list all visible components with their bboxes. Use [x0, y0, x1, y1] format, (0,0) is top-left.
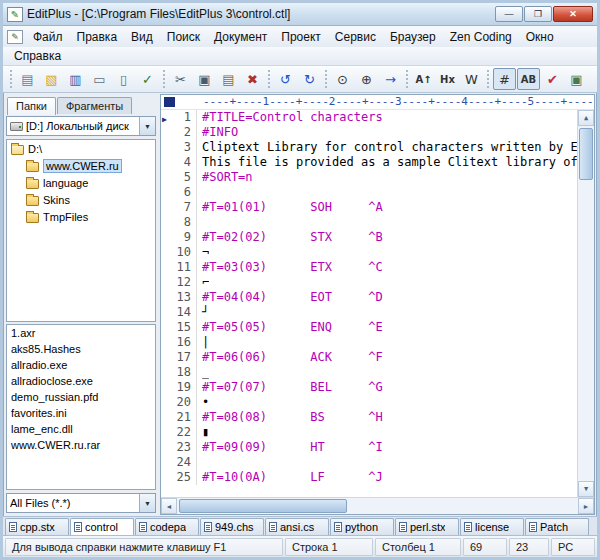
editor-line[interactable]: 23#T=09(09) HT ^I — [161, 440, 577, 455]
print-preview-button[interactable]: ▯ — [112, 68, 135, 90]
editor-line[interactable]: 20• — [161, 395, 577, 410]
document-tab[interactable]: license — [460, 518, 524, 535]
sidebar-tab-active[interactable]: Папки — [7, 97, 56, 115]
find-next-button[interactable]: ⊕ — [355, 68, 378, 90]
menu-item[interactable]: Справка — [7, 47, 68, 65]
indent-button[interactable]: → — [379, 68, 402, 90]
file-list-item[interactable]: favorites.ini — [7, 405, 155, 421]
file-list-item[interactable]: aks85.Hashes — [7, 341, 155, 357]
vertical-scrollbar[interactable]: ▲ ▼ — [577, 110, 594, 497]
tree-item[interactable]: D:\ — [7, 140, 155, 157]
menu-item[interactable]: Проект — [274, 28, 328, 46]
menu-item[interactable]: Окно — [519, 28, 561, 46]
syntax-check-button[interactable]: ✔ — [541, 68, 564, 90]
cut-button[interactable]: ✂ — [169, 68, 192, 90]
file-list-item[interactable]: lame_enc.dll — [7, 421, 155, 437]
chevron-down-icon[interactable]: ▼ — [139, 494, 155, 512]
line-numbers-button[interactable]: # — [493, 68, 516, 90]
document-tab[interactable]: ansi.cs — [265, 518, 329, 535]
text-lines[interactable]: 1#TITLE=Control characters2#INFO3Cliptex… — [161, 110, 577, 497]
file-list-item[interactable]: allradio.exe — [7, 357, 155, 373]
word-wrap-button[interactable]: W — [460, 68, 483, 90]
document-tab[interactable]: python — [330, 518, 394, 535]
document-tab[interactable]: 949.chs — [200, 518, 264, 535]
file-list-item[interactable]: www.CWER.ru.rar — [7, 437, 155, 453]
menu-item[interactable]: Zen Coding — [443, 28, 519, 46]
paste-button[interactable]: ▤ — [217, 68, 240, 90]
print-button[interactable]: ▭ — [88, 68, 111, 90]
menu-item[interactable]: Вид — [124, 28, 160, 46]
open-file-button[interactable]: ▧ — [40, 68, 63, 90]
document-menu-icon[interactable]: ✎ — [7, 30, 23, 44]
menu-item[interactable]: Документ — [207, 28, 274, 46]
horizontal-scrollbar[interactable]: ◄ ► — [161, 497, 594, 514]
scroll-right-button[interactable]: ► — [578, 498, 594, 514]
editor-line[interactable]: 13#T=04(04) EOT ^D — [161, 290, 577, 305]
editor-line[interactable]: 25#T=10(0A) LF ^J — [161, 470, 577, 485]
scroll-down-button[interactable]: ▼ — [578, 481, 594, 497]
document-tab[interactable]: codepa — [135, 518, 199, 535]
scroll-left-button[interactable]: ◄ — [161, 498, 177, 514]
editor-line[interactable]: 17#T=06(06) ACK ^F — [161, 350, 577, 365]
tree-item[interactable]: language — [7, 174, 155, 191]
editor-line[interactable]: 4This file is provided as a sample Clite… — [161, 155, 577, 170]
editor-line[interactable]: 18_ — [161, 365, 577, 380]
chevron-down-icon[interactable]: ▼ — [139, 117, 155, 135]
file-list-item[interactable]: 1.axr — [7, 325, 155, 341]
editor-line[interactable]: 1#TITLE=Control characters — [161, 110, 577, 125]
document-tab[interactable]: Patch — [525, 518, 589, 535]
editor-line[interactable]: 2#INFO — [161, 125, 577, 140]
spell-check-button[interactable]: ✓ — [136, 68, 159, 90]
editor-line[interactable]: 15#T=05(05) ENQ ^E — [161, 320, 577, 335]
editor-line[interactable]: 7#T=01(01) SOH ^A — [161, 200, 577, 215]
file-filter-selector[interactable]: All Files (*.*) ▼ — [6, 493, 156, 513]
delete-button[interactable]: ✖ — [241, 68, 264, 90]
redo-button[interactable]: ↻ — [298, 68, 321, 90]
copy-button[interactable]: ▣ — [193, 68, 216, 90]
editor-line[interactable]: 12⌐ — [161, 275, 577, 290]
document-template-button[interactable]: ▣ — [565, 68, 588, 90]
editor-line[interactable]: 9#T=02(02) STX ^B — [161, 230, 577, 245]
sidebar-tab-inactive[interactable]: Фрагменты — [57, 97, 132, 114]
menu-item[interactable]: Файл — [26, 28, 70, 46]
editor-line[interactable]: 14┘ — [161, 305, 577, 320]
hex-viewer-button[interactable]: Hx — [436, 68, 459, 90]
toolbar-grip[interactable] — [9, 70, 13, 88]
file-list-item[interactable]: allradioclose.exe — [7, 373, 155, 389]
editor-line[interactable]: 24 — [161, 455, 577, 470]
tree-item[interactable]: Skins — [7, 191, 155, 208]
editor-line[interactable]: 8 — [161, 215, 577, 230]
cliptext-button[interactable]: AB — [517, 68, 540, 90]
undo-button[interactable]: ↺ — [274, 68, 297, 90]
editor-line[interactable]: 11#T=03(03) ETX ^C — [161, 260, 577, 275]
document-tab[interactable]: control — [70, 518, 134, 535]
editor-line[interactable]: 19#T=07(07) BEL ^G — [161, 380, 577, 395]
menu-item[interactable]: Правка — [70, 28, 125, 46]
minimize-button[interactable]: — — [495, 6, 523, 22]
scroll-up-button[interactable]: ▲ — [578, 110, 594, 126]
save-file-button[interactable]: ▥ — [64, 68, 87, 90]
editor-line[interactable]: 16| — [161, 335, 577, 350]
document-tab[interactable]: perl.stx — [395, 518, 459, 535]
editor-line[interactable]: 10¬ — [161, 245, 577, 260]
editor-line[interactable]: 6 — [161, 185, 577, 200]
menu-item[interactable]: Сервис — [328, 28, 383, 46]
menu-item[interactable]: Поиск — [160, 28, 207, 46]
to-uppercase-button[interactable]: A↑ — [412, 68, 435, 90]
maximize-button[interactable]: ❐ — [524, 6, 552, 22]
file-list-item[interactable]: demo_russian.pfd — [7, 389, 155, 405]
tree-item[interactable]: TmpFiles — [7, 208, 155, 225]
editor-line[interactable]: 3Cliptext Library for control characters… — [161, 140, 577, 155]
tree-item[interactable]: www.CWER.ru — [7, 157, 155, 174]
menu-item[interactable]: Браузер — [383, 28, 443, 46]
horizontal-scroll-thumb[interactable] — [179, 499, 347, 513]
code-area[interactable]: 1#TITLE=Control characters2#INFO3Cliptex… — [161, 110, 594, 497]
drive-selector[interactable]: [D:] Локальный диск ▼ — [6, 116, 156, 136]
document-tab[interactable]: cpp.stx — [5, 518, 69, 535]
new-document-button[interactable]: ▤ — [16, 68, 39, 90]
editor-line[interactable]: 21#T=08(08) BS ^H — [161, 410, 577, 425]
editor-line[interactable]: 22▮ — [161, 425, 577, 440]
find-button[interactable]: ⊙ — [331, 68, 354, 90]
editor-line[interactable]: 5#SORT=n — [161, 170, 577, 185]
close-button[interactable]: ✕ — [553, 6, 593, 22]
